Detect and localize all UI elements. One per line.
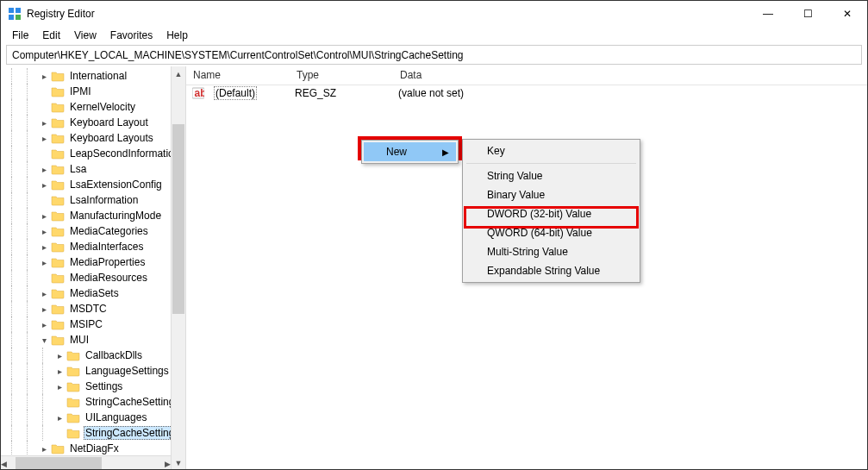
menu-edit[interactable]: Edit — [36, 28, 66, 43]
tree-item[interactable]: ▸MediaProperties — [1, 254, 185, 270]
tree-item[interactable]: ▸MediaInterfaces — [1, 239, 185, 254]
tree-item[interactable]: StringCacheSettings — [1, 394, 185, 410]
context-menu-item[interactable]: Binary Value — [465, 185, 638, 204]
submenu-arrow-icon: ▶ — [442, 147, 449, 157]
expander-icon[interactable]: ▸ — [39, 210, 49, 221]
folder-icon — [51, 116, 65, 128]
context-menu-item[interactable]: Expandable String Value — [465, 261, 638, 280]
tree-item[interactable]: KernelVelocity — [1, 99, 185, 115]
expander-icon[interactable] — [39, 148, 49, 159]
column-data[interactable]: Data — [393, 66, 867, 85]
context-menu-item[interactable]: Multi-String Value — [465, 242, 638, 261]
address-bar[interactable]: Computer\HKEY_LOCAL_MACHINE\SYSTEM\Curre… — [6, 45, 862, 65]
column-name[interactable]: Name — [186, 66, 290, 85]
folder-icon — [51, 163, 65, 175]
scrollbar-left-icon[interactable]: ◀ — [1, 456, 7, 470]
expander-icon[interactable]: ▸ — [54, 412, 65, 423]
expander-icon[interactable]: ▸ — [39, 319, 49, 329]
context-menu-item[interactable]: Key — [465, 141, 638, 160]
tree-item-label: NetDiagFx — [68, 442, 121, 454]
expander-icon[interactable]: ▸ — [39, 133, 49, 143]
column-type[interactable]: Type — [290, 66, 393, 85]
minimize-button[interactable]: — — [748, 1, 788, 27]
tree-item[interactable]: ▸MSIPC — [1, 316, 185, 332]
scrollbar-right-icon[interactable]: ▶ — [165, 456, 171, 470]
expander-icon[interactable]: ▸ — [39, 443, 49, 454]
context-menu-item[interactable]: DWORD (32-bit) Value — [465, 204, 638, 223]
menu-view[interactable]: View — [68, 28, 103, 43]
tree-item-label: MediaCategories — [68, 225, 150, 237]
content: ▸InternationalIPMIKernelVelocity▸Keyboar… — [1, 66, 867, 470]
list-row[interactable]: ab (Default) REG_SZ (value not set) — [186, 85, 867, 101]
tree-item-label: MediaSets — [68, 287, 121, 299]
menu-file[interactable]: File — [6, 28, 34, 43]
expander-icon[interactable]: ▸ — [54, 381, 65, 392]
tree-item[interactable]: ▸NetDiagFx — [1, 441, 185, 456]
close-button[interactable]: ✕ — [827, 1, 867, 27]
expander-icon[interactable] — [54, 397, 65, 407]
menu-help[interactable]: Help — [160, 28, 194, 43]
expander-icon[interactable] — [39, 195, 49, 205]
tree-item[interactable]: StringCacheSetting — [1, 425, 185, 441]
folder-icon — [51, 225, 65, 237]
expander-icon[interactable]: ▸ — [54, 350, 65, 360]
scrollbar-h-thumb[interactable] — [16, 457, 102, 469]
tree-item[interactable]: LeapSecondInformation — [1, 146, 185, 161]
tree-item[interactable]: ▸CallbackDlls — [1, 348, 185, 363]
expander-icon[interactable] — [39, 86, 49, 97]
expander-icon[interactable]: ▸ — [39, 117, 49, 128]
tree-horizontal-scrollbar[interactable]: ◀ ▶ — [1, 455, 171, 470]
tree-item-label: MSDTC — [68, 303, 109, 315]
tree-item-label: KernelVelocity — [68, 101, 137, 113]
expander-icon[interactable]: ▸ — [39, 164, 49, 174]
svg-rect-1 — [16, 8, 21, 13]
tree-item[interactable]: ▸Settings — [1, 379, 185, 394]
tree-item[interactable]: ▸ManufacturingMode — [1, 208, 185, 223]
scrollbar-h-track[interactable] — [7, 456, 165, 470]
maximize-icon: ☐ — [803, 8, 813, 20]
context-menu-item[interactable]: String Value — [465, 166, 638, 185]
menu-favorites[interactable]: Favorites — [104, 28, 159, 43]
context-menu-item[interactable]: QWORD (64-bit) Value — [465, 223, 638, 242]
tree-item[interactable]: IPMI — [1, 84, 185, 99]
expander-icon[interactable]: ▸ — [39, 71, 49, 81]
tree-item[interactable]: ▸MediaSets — [1, 285, 185, 301]
expander-icon[interactable] — [39, 273, 49, 283]
expander-icon[interactable]: ▸ — [54, 366, 65, 376]
svg-rect-3 — [16, 15, 21, 20]
tree-item[interactable]: ▸MediaCategories — [1, 223, 185, 239]
context-menu-new: New ▶ — [361, 140, 459, 164]
tree-item[interactable]: MediaResources — [1, 270, 185, 285]
tree-item[interactable]: ▾MUI — [1, 332, 185, 348]
maximize-button[interactable]: ☐ — [788, 1, 827, 27]
expander-icon[interactable]: ▸ — [39, 241, 49, 252]
expander-icon[interactable]: ▾ — [39, 335, 49, 345]
tree-item-label: StringCacheSetting — [84, 426, 176, 440]
expander-icon[interactable] — [39, 102, 49, 112]
expander-icon[interactable]: ▸ — [39, 304, 49, 314]
scrollbar-v-thumb[interactable] — [172, 124, 184, 314]
tree-item[interactable]: ▸LsaExtensionConfig — [1, 177, 185, 192]
tree-item[interactable]: ▸Keyboard Layouts — [1, 130, 185, 146]
tree-item[interactable]: ▸Keyboard Layout — [1, 115, 185, 130]
context-submenu: KeyString ValueBinary ValueDWORD (32-bit… — [462, 139, 640, 283]
expander-icon[interactable]: ▸ — [39, 179, 49, 190]
scrollbar-v-track[interactable] — [172, 81, 185, 455]
tree-item[interactable]: ▸Lsa — [1, 161, 185, 177]
item-label: New — [386, 146, 407, 158]
tree-item[interactable]: LsaInformation — [1, 192, 185, 208]
tree-vertical-scrollbar[interactable]: ▲ ▼ — [171, 66, 185, 470]
expander-icon[interactable] — [54, 428, 65, 438]
expander-icon[interactable]: ▸ — [39, 257, 49, 267]
tree-item[interactable]: ▸MSDTC — [1, 301, 185, 316]
expander-icon[interactable]: ▸ — [39, 226, 49, 236]
scrollbar-up-icon[interactable]: ▲ — [172, 66, 185, 81]
folder-icon — [51, 303, 65, 315]
tree-item[interactable]: ▸International — [1, 68, 185, 84]
context-menu-item-new[interactable]: New ▶ — [364, 142, 456, 161]
expander-icon[interactable]: ▸ — [39, 288, 49, 298]
tree-item[interactable]: ▸UILanguages — [1, 410, 185, 425]
tree-item[interactable]: ▸LanguageSettings — [1, 363, 185, 379]
tree[interactable]: ▸InternationalIPMIKernelVelocity▸Keyboar… — [1, 66, 185, 456]
scrollbar-down-icon[interactable]: ▼ — [172, 455, 185, 470]
